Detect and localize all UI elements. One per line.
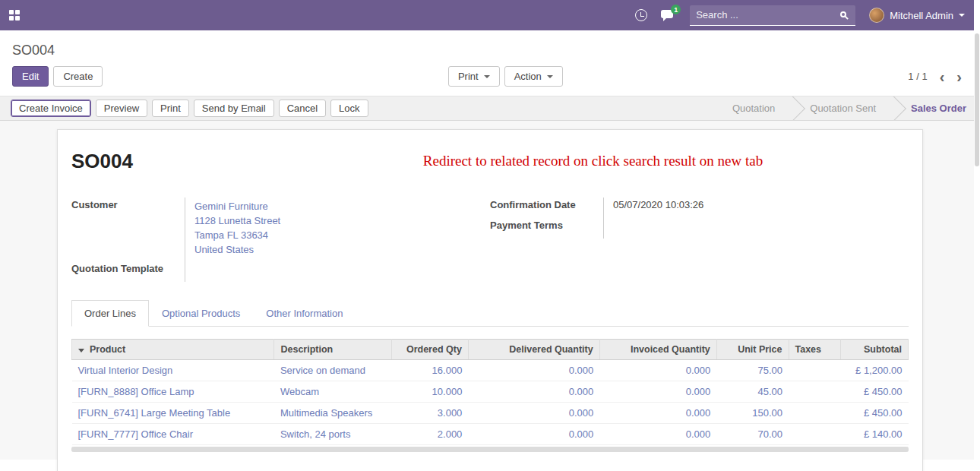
product-cell[interactable]: [FURN_7777] Office Chair [72,424,274,445]
delivered-qty-cell[interactable]: 0.000 [468,424,599,445]
customer-value[interactable]: Gemini Furniture 1128 Lunetta Street Tam… [194,198,280,261]
header-invoiced-qty[interactable]: Invoiced Quantity [599,340,716,360]
scrollbar-thumb[interactable] [975,33,979,166]
status-step-quotation[interactable]: Quotation [719,96,789,120]
status-step-quotation-sent[interactable]: Quotation Sent [796,96,890,120]
user-menu[interactable]: Mitchell Admin [869,8,965,23]
customer-field-row: Customer Gemini Furniture 1128 Lunetta S… [71,198,490,261]
header-ordered-qty[interactable]: Ordered Qty [391,340,468,360]
unit-price-cell[interactable]: 70.00 [716,424,789,445]
ordered-qty-cell[interactable]: 16.000 [391,360,468,381]
header-unit-price[interactable]: Unit Price [716,340,789,360]
taxes-cell[interactable] [789,424,840,445]
product-cell[interactable]: Virtual Interior Design [72,360,274,381]
tab-other-information[interactable]: Other Information [253,300,356,327]
pager: 1 / 1 ‹ › [908,69,968,84]
systray: 1 Mitchell Admin [635,5,965,26]
table-horizontal-scrollbar[interactable] [71,447,909,452]
status-step-sales-order[interactable]: Sales Order [897,96,980,120]
page-vertical-scrollbar[interactable] [974,0,980,471]
search-icon[interactable] [840,11,846,17]
breadcrumb-title: SO004 [12,43,55,58]
form-view-background: SO004 Redirect to related record on clic… [0,121,980,460]
send-by-email-button[interactable]: Send by Email [194,100,274,117]
invoiced-qty-cell[interactable]: 0.000 [599,360,716,381]
sheet-header: SO004 Redirect to related record on clic… [71,150,909,173]
header-delivered-qty[interactable]: Delivered Quantity [468,340,599,360]
annotation-text: Redirect to related record on click sear… [205,150,980,169]
header-description[interactable]: Description [274,340,391,360]
invoiced-qty-cell[interactable]: 0.000 [599,424,716,445]
unit-price-cell[interactable]: 45.00 [716,381,789,403]
description-cell[interactable]: Webcam [274,381,391,403]
activities-clock-icon[interactable] [635,9,647,21]
breadcrumb: SO004 [0,30,980,62]
preview-button[interactable]: Preview [96,100,147,117]
messages-count-badge: 1 [671,5,681,14]
description-cell[interactable]: Service on demand [274,360,391,381]
delivered-qty-cell[interactable]: 0.000 [468,403,599,424]
create-invoice-button[interactable]: Create Invoice [11,100,91,117]
field-groups: Customer Gemini Furniture 1128 Lunetta S… [71,198,909,282]
taxes-cell[interactable] [789,360,840,381]
product-cell[interactable]: [FURN_8888] Office Lamp [72,381,274,403]
lock-button[interactable]: Lock [330,100,368,117]
tab-order-lines[interactable]: Order Lines [71,300,149,327]
ordered-qty-cell[interactable]: 10.000 [391,381,468,403]
chevron-down-icon [547,75,553,78]
topbar-search-box[interactable] [690,5,855,26]
scrollbar-thumb[interactable] [71,447,909,452]
order-line-row[interactable]: [FURN_7777] Office Chair Switch, 24 port… [72,424,909,445]
create-button[interactable]: Create [53,66,103,87]
print-menu-button[interactable]: Print [448,66,500,87]
order-line-row[interactable]: Virtual Interior Design Service on deman… [72,360,909,381]
invoiced-qty-cell[interactable]: 0.000 [599,403,716,424]
ordered-qty-cell[interactable]: 3.000 [391,403,468,424]
taxes-cell[interactable] [789,381,840,403]
payment-terms-label: Payment Terms [490,218,604,239]
product-cell[interactable]: [FURN_6741] Large Meeting Table [72,403,274,424]
ordered-qty-cell[interactable]: 2.000 [391,424,468,445]
header-product[interactable]: Product [72,340,274,360]
subtotal-cell[interactable]: £ 140.00 [840,424,908,445]
control-panel-center: Print Action [103,66,908,87]
pager-previous-icon[interactable]: ‹ [940,69,945,84]
subtotal-cell[interactable]: £ 450.00 [840,403,908,424]
status-steps: Quotation Quotation Sent Sales Order [719,96,980,120]
unit-price-cell[interactable]: 150.00 [716,403,789,424]
field-group-left: Customer Gemini Furniture 1128 Lunetta S… [71,198,490,282]
subtotal-cell[interactable]: £ 450.00 [840,381,908,403]
sales-order-sheet: SO004 Redirect to related record on clic… [57,129,923,471]
edit-button[interactable]: Edit [12,66,49,87]
apps-menu-icon[interactable] [9,10,20,21]
order-lines-table: Product Description Ordered Qty Delivere… [71,339,909,445]
chevron-down-icon [959,14,965,17]
print-menu-label: Print [458,71,479,82]
subtotal-cell[interactable]: £ 1,200.00 [840,360,908,381]
print-button[interactable]: Print [152,100,189,117]
customer-name-link[interactable]: Gemini Furniture [194,199,280,213]
control-panel-left: Edit Create [12,66,103,87]
field-group-right: Confirmation Date 05/07/2020 10:03:26 Pa… [490,198,909,282]
description-cell[interactable]: Multimedia Speakers [274,403,391,424]
unit-price-cell[interactable]: 75.00 [716,360,789,381]
search-input[interactable] [696,9,834,21]
taxes-cell[interactable] [789,403,840,424]
messages-menu[interactable]: 1 [661,9,676,21]
tab-optional-products[interactable]: Optional Products [149,300,253,327]
delivered-qty-cell[interactable]: 0.000 [468,381,599,403]
delivered-qty-cell[interactable]: 0.000 [468,360,599,381]
pager-next-icon[interactable]: › [956,69,962,84]
order-line-row[interactable]: [FURN_8888] Office Lamp Webcam 10.000 0.… [72,381,909,403]
header-product-label: Product [90,344,125,355]
header-taxes[interactable]: Taxes [789,340,840,360]
customer-country: United States [194,242,280,257]
description-cell[interactable]: Switch, 24 ports [274,424,391,445]
action-menu-button[interactable]: Action [504,66,563,87]
invoiced-qty-cell[interactable]: 0.000 [599,381,716,403]
cancel-button[interactable]: Cancel [279,100,326,117]
order-line-row[interactable]: [FURN_6741] Large Meeting Table Multimed… [72,403,909,424]
confirmation-date-label: Confirmation Date [490,198,604,218]
user-name: Mitchell Admin [890,10,953,21]
header-subtotal[interactable]: Subtotal [840,340,908,360]
